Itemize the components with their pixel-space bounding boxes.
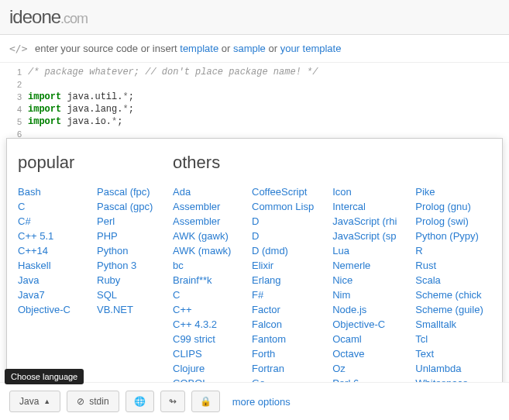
language-option[interactable]: Ada [173, 185, 233, 198]
language-option[interactable]: Factor [252, 303, 314, 316]
language-option[interactable]: C++ 4.3.2 [173, 318, 233, 331]
language-option[interactable]: Haskell [18, 259, 78, 272]
language-option[interactable]: PHP [97, 229, 157, 243]
language-option[interactable]: Scala [415, 274, 483, 287]
globe-button[interactable]: 🌐 [126, 391, 154, 412]
language-option[interactable]: CLIPS [173, 347, 233, 360]
language-option[interactable]: AWK (gawk) [173, 229, 233, 243]
language-option[interactable]: Rust [415, 259, 483, 272]
language-option[interactable]: F# [252, 288, 314, 301]
language-option[interactable]: Node.js [332, 303, 397, 316]
language-option[interactable]: Ocaml [332, 332, 397, 346]
language-option[interactable]: Nemerle [332, 259, 397, 272]
popular-section: popular BashCC#C++ 5.1C++14HaskellJavaJa… [18, 153, 157, 405]
language-option[interactable]: Pascal (gpc) [97, 200, 157, 213]
language-option[interactable]: C [173, 288, 233, 301]
language-option[interactable]: Common Lisp [252, 200, 314, 213]
stdin-button[interactable]: ⊘ stdin [67, 391, 119, 412]
language-option[interactable]: Java7 [18, 288, 78, 301]
sample-link[interactable]: sample [233, 43, 266, 54]
language-option[interactable]: Ruby [97, 274, 157, 287]
line-number: 4 [0, 103, 28, 115]
caret-up-icon: ▲ [43, 398, 50, 405]
language-option[interactable]: Intercal [332, 200, 397, 213]
code-text[interactable]: import java.lang.*; [28, 103, 509, 115]
language-option[interactable]: Tcl [415, 332, 483, 346]
language-option[interactable]: C++ 5.1 [18, 229, 78, 243]
line-number: 5 [0, 115, 28, 128]
lock-icon: 🔒 [200, 396, 212, 407]
language-option[interactable]: JavaScript (sp [332, 229, 397, 243]
code-text[interactable] [28, 78, 509, 91]
lock-button[interactable]: 🔒 [191, 391, 220, 412]
code-line[interactable]: 1/* package whatever; // don't place pac… [0, 66, 509, 78]
language-option[interactable]: Forth [252, 347, 314, 360]
language-button[interactable]: Java ▲ [9, 391, 60, 412]
language-option[interactable]: C++ [173, 303, 233, 316]
language-option[interactable]: Smalltalk [415, 318, 483, 331]
language-option[interactable]: Elixir [252, 259, 314, 272]
language-option[interactable]: Prolog (swi) [415, 215, 483, 228]
language-option[interactable]: C# [18, 215, 78, 228]
language-option[interactable]: C++14 [18, 244, 78, 257]
language-option[interactable]: Objective-C [332, 318, 397, 331]
language-option[interactable]: Fortran [252, 362, 314, 375]
language-option[interactable]: Fantom [252, 332, 314, 346]
language-option[interactable]: D (dmd) [252, 244, 314, 257]
language-option[interactable]: Clojure [173, 362, 233, 375]
your-template-link[interactable]: your template [280, 43, 342, 54]
language-option[interactable]: Java [18, 274, 78, 287]
others-title: others [173, 153, 491, 173]
code-text[interactable]: import java.util.*; [28, 91, 509, 103]
language-option[interactable]: Pascal (fpc) [97, 185, 157, 198]
language-option[interactable]: Nice [332, 274, 397, 287]
language-option[interactable]: Assembler [173, 200, 233, 213]
language-option[interactable]: Nim [332, 288, 397, 301]
language-option[interactable]: Scheme (chick [415, 288, 483, 301]
language-option[interactable]: AWK (mawk) [173, 244, 233, 257]
language-option[interactable]: Text [415, 347, 483, 360]
language-option[interactable]: SQL [97, 288, 157, 301]
language-option[interactable]: VB.NET [97, 303, 157, 316]
code-line[interactable]: 2 [0, 78, 509, 91]
language-option[interactable]: Erlang [252, 274, 314, 287]
language-option[interactable]: Octave [332, 347, 397, 360]
language-option[interactable]: CoffeeScript [252, 185, 314, 198]
more-options-link[interactable]: more options [232, 396, 291, 408]
language-option[interactable]: Brainf**k [173, 274, 233, 287]
language-option[interactable]: Scheme (guile) [415, 303, 483, 316]
language-option[interactable]: Python (Pypy) [415, 229, 483, 243]
language-option[interactable]: Pike [415, 185, 483, 198]
language-option[interactable]: Perl [97, 215, 157, 228]
language-option[interactable]: Falcon [252, 318, 314, 331]
link-button[interactable]: ↬ [160, 391, 185, 412]
language-option[interactable]: D [252, 215, 314, 228]
language-option[interactable]: JavaScript (rhi [332, 215, 397, 228]
language-option[interactable]: Lua [332, 244, 397, 257]
language-option[interactable]: C99 strict [173, 332, 233, 346]
subheader-text-prefix: enter your source code or insert [35, 43, 180, 54]
language-option[interactable]: C [18, 200, 78, 213]
language-option[interactable]: R [415, 244, 483, 257]
language-option[interactable]: Python 3 [97, 259, 157, 272]
language-option[interactable]: D [252, 229, 314, 243]
language-option[interactable]: Assembler [173, 215, 233, 228]
code-text[interactable]: import java.io.*; [28, 115, 509, 128]
language-option[interactable]: Prolog (gnu) [415, 200, 483, 213]
language-option[interactable]: Oz [332, 362, 397, 375]
code-text[interactable]: /* package whatever; // don't place pack… [28, 66, 509, 78]
language-option[interactable]: Bash [18, 185, 78, 198]
language-option[interactable]: Python [97, 244, 157, 257]
logo[interactable]: ideone.com [9, 6, 88, 27]
code-line[interactable]: 4import java.lang.*; [0, 103, 509, 115]
language-option[interactable]: Objective-C [18, 303, 78, 316]
template-link[interactable]: template [180, 43, 218, 54]
language-option[interactable]: Unlambda [415, 362, 483, 375]
code-line[interactable]: 5import java.io.*; [0, 115, 509, 128]
code-icon: </> [9, 43, 27, 54]
language-option[interactable]: Icon [332, 185, 397, 198]
header: ideone.com [0, 0, 509, 35]
code-line[interactable]: 3import java.util.*; [0, 91, 509, 103]
language-option[interactable]: bc [173, 259, 233, 272]
subheader-or2: or [268, 43, 280, 54]
